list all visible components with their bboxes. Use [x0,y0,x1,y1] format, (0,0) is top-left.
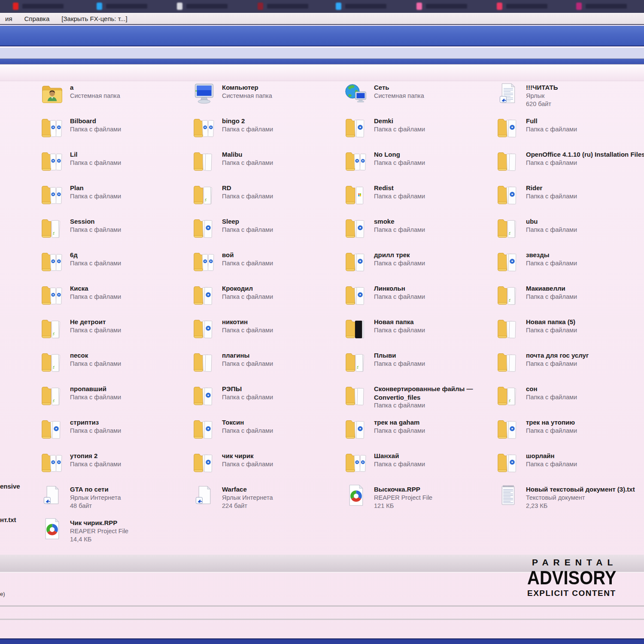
file-item[interactable]: GTA по сетиЯрлык Интернета48 байт [40,483,192,517]
file-item[interactable]: PlanПапка с файлами [40,182,192,216]
file-item[interactable]: MalibuПапка с файлами [192,149,344,182]
file-item[interactable]: Выскочка.RPPREAPER Project File121 КБ [344,483,496,517]
internet-shortcut-icon [40,483,64,508]
file-item[interactable]: !!!ЧИТАТЬЯрлык620 байт [496,82,644,115]
menu-item[interactable]: Справка [24,15,50,22]
file-type: Папка с файлами [526,460,577,469]
file-item[interactable]: почта для гос услугПапка с файлами [496,349,644,383]
file-item[interactable]: КискаПапка с файлами [40,283,192,316]
menu-item[interactable]: [Закрыть FX-цепь: т...] [61,15,127,22]
taskbar-item[interactable] [258,3,308,10]
file-meta: почта для гос услугПапка с файлами [526,349,589,368]
file-name: РЭПЫ [222,385,273,393]
file-item[interactable]: aСистемная папка [40,82,192,115]
file-item[interactable]: 6дПапка с файлами [40,249,192,283]
file-item[interactable]: трек на утопиюПапка с файлами [496,416,644,450]
file-item[interactable]: СетьСистемная папка [344,82,496,115]
file-item[interactable]: Новая папка (5)Папка с файлами [496,316,644,349]
file-item[interactable]: трек на gahamПапка с файлами [344,416,496,450]
file-meta: LilПапка с файлами [70,149,121,167]
folder-icon [496,182,520,207]
file-name: bingo 2 [222,117,273,125]
file-item[interactable]: шорлайнПапка с файлами [496,450,644,483]
file-item[interactable]: RDПапка с файлами [192,182,344,216]
file-item[interactable]: КомпьютерСистемная папка [192,82,344,115]
file-item[interactable]: пропавшийПапка с файлами [40,383,192,416]
taskbar-item[interactable] [13,3,64,10]
file-item[interactable]: WarfaceЯрлык Интернета224 байт [192,483,344,517]
file-item[interactable]: OpenOffice 4.1.10 (ru) Installation File… [496,149,644,182]
file-item[interactable]: SleepПапка с файлами [192,216,344,249]
file-item[interactable]: Не детроитПапка с файлами [40,316,192,349]
file-type: Папка с файлами [374,259,425,268]
file-item[interactable]: дрилл трекПапка с файлами [344,249,496,283]
file-item[interactable]: утопия 2Папка с файлами [40,450,192,483]
menu-item[interactable]: ия [5,15,12,22]
file-name: Токсин [222,418,273,427]
file-item[interactable]: чик чирикПапка с файлами [192,450,344,483]
folder-icon [344,249,368,273]
file-item[interactable]: ШанхайПапка с файлами [344,450,496,483]
folder-icon [40,349,64,374]
taskbar-item[interactable] [97,3,147,10]
cutoff-file-label[interactable]: ensive [0,483,20,490]
file-type: REAPER Project File [374,494,432,502]
file-item[interactable]: плагиныПапка с файлами [192,349,344,383]
folder-icon [496,149,520,173]
taskbar-item[interactable] [416,3,467,10]
file-item[interactable]: ПлывиПапка с файлами [344,349,496,383]
reaper-file-icon [40,517,64,541]
taskbar-item[interactable] [576,3,627,10]
file-meta: Чик чирик.RPPREAPER Project File14,4 КБ [70,517,128,544]
taskbar-item[interactable] [497,3,547,10]
folder-icon [192,283,216,307]
file-item[interactable]: стриптизПапка с файлами [40,416,192,450]
file-item[interactable]: РЭПЫПапка с файлами [192,383,344,416]
file-item[interactable]: FullПапка с файлами [496,115,644,149]
file-item[interactable]: Чик чирик.RPPREAPER Project File14,4 КБ [40,517,192,550]
file-item[interactable]: МакиавеллиПапка с файлами [496,283,644,316]
folder-icon [344,283,368,307]
file-item[interactable]: bingo 2Папка с файлами [192,115,344,149]
file-type: Папка с файлами [222,460,273,469]
file-item[interactable]: SessionПапка с файлами [40,216,192,249]
folder-icon [40,182,64,207]
divider-line [0,605,644,607]
file-item[interactable]: No LongПапка с файлами [344,149,496,182]
app-dot-icon [13,3,18,10]
file-item[interactable]: войПапка с файлами [192,249,344,283]
file-item[interactable]: звездыПапка с файлами [496,249,644,283]
file-name: GTA по сети [70,485,121,494]
file-item[interactable]: DemkiПапка с файлами [344,115,496,149]
file-item[interactable]: Новый текстовый документ (3).txtТекстовы… [496,483,644,517]
file-item[interactable]: КрокодилПапка с файлами [192,283,344,316]
file-item[interactable]: песокПапка с файлами [40,349,192,383]
file-item[interactable]: RiderПапка с файлами [496,182,644,216]
file-item[interactable]: сонПапка с файлами [496,383,644,416]
taskbar-item[interactable] [336,3,386,10]
app-title-blur [506,4,547,9]
file-item[interactable]: BilboardПапка с файлами [40,115,192,149]
file-item[interactable]: Сконвертированные файлы — Convertio_file… [344,383,496,416]
cutoff-file-label[interactable]: нт.txt [0,516,16,523]
file-meta: DemkiПапка с файлами [374,115,425,134]
file-item[interactable]: ubuПапка с файлами [496,216,644,249]
file-size: 48 байт [70,502,121,510]
file-type: Папка с файлами [70,326,121,335]
file-name: Redist [374,184,425,192]
file-meta: ubuПапка с файлами [526,216,577,234]
file-name: Rider [526,184,577,192]
file-item[interactable]: LilПапка с файлами [40,149,192,182]
file-item[interactable]: smokeПапка с файлами [344,216,496,249]
file-item[interactable]: RedistПапка с файлами [344,182,496,216]
app-dot-icon [497,3,502,10]
file-name: Сеть [374,83,424,92]
taskbar-item[interactable] [177,3,228,10]
file-item[interactable]: никотинПапка с файлами [192,316,344,349]
file-item[interactable]: Новая папкаПапка с файлами [344,316,496,349]
file-item[interactable]: ЛинкольнПапка с файлами [344,283,496,316]
folder-icon [496,349,520,374]
text-shortcut-icon [496,82,520,106]
file-item[interactable]: ТоксинПапка с файлами [192,416,344,450]
file-meta: RDПапка с файлами [222,182,273,200]
